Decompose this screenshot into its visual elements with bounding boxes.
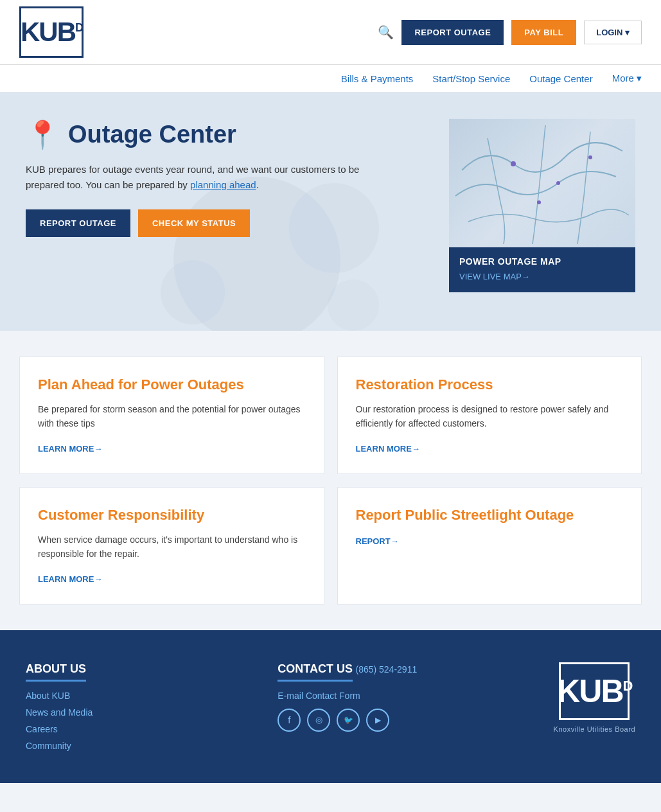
footer-logo-sub: Knoxville Utilities Board xyxy=(554,725,635,733)
footer-logo-box: KUBD xyxy=(559,662,630,720)
card-restoration-link[interactable]: LEARN MORE→ xyxy=(356,444,420,454)
map-card-info: POWER OUTAGE MAP VIEW LIVE MAP→ xyxy=(449,247,635,292)
card-plan-ahead: Plan Ahead for Power Outages Be prepared… xyxy=(19,357,324,474)
login-button[interactable]: LOGIN ▾ xyxy=(584,21,642,44)
planning-ahead-link[interactable]: planning ahead xyxy=(190,179,256,190)
card-streetlight: Report Public Streetlight Outage REPORT→ xyxy=(337,487,642,605)
pin-icon: 📍 xyxy=(26,119,59,150)
check-my-status-button[interactable]: CHECK MY STATUS xyxy=(138,209,250,237)
footer-phone[interactable]: (865) 524-2911 xyxy=(355,664,417,675)
footer-about-kub[interactable]: About KUB xyxy=(26,691,141,701)
nav-outage-center[interactable]: Outage Center xyxy=(529,73,592,84)
footer-community[interactable]: Community xyxy=(26,741,141,751)
youtube-icon[interactable]: ▶ xyxy=(366,709,389,732)
map-image xyxy=(449,119,635,247)
report-outage-button[interactable]: REPORT OUTAGE xyxy=(401,20,504,45)
footer-news-media[interactable]: News and Media xyxy=(26,707,141,718)
footer-logo-text: KUBD xyxy=(557,673,631,710)
logo[interactable]: KUBD xyxy=(19,6,84,58)
social-icons: f ◎ 🐦 ▶ xyxy=(278,709,417,732)
svg-point-3 xyxy=(328,279,379,331)
facebook-icon[interactable]: f xyxy=(278,709,301,732)
hero-report-outage-button[interactable]: REPORT OUTAGE xyxy=(26,209,130,237)
logo-text: KUBD xyxy=(21,19,82,46)
main-nav: Bills & Payments Start/Stop Service Outa… xyxy=(0,65,661,93)
map-placeholder xyxy=(449,119,635,247)
hero-section: 📍 Outage Center KUB prepares for outage … xyxy=(0,93,661,331)
map-title: POWER OUTAGE MAP xyxy=(459,256,625,267)
hero-left: 📍 Outage Center KUB prepares for outage … xyxy=(26,119,360,237)
map-card: POWER OUTAGE MAP VIEW LIVE MAP→ xyxy=(449,119,635,292)
map-svg xyxy=(449,119,635,247)
header-actions: 🔍 REPORT OUTAGE PAY BILL LOGIN ▾ xyxy=(378,20,642,45)
instagram-icon[interactable]: ◎ xyxy=(307,709,330,732)
card-streetlight-title[interactable]: Report Public Streetlight Outage xyxy=(356,507,624,524)
footer-contact: CONTACT US (865) 524-2911 E-mail Contact… xyxy=(278,662,417,732)
card-customer-resp-title[interactable]: Customer Responsibility xyxy=(38,507,306,524)
svg-rect-8 xyxy=(449,119,635,247)
nav-start-stop[interactable]: Start/Stop Service xyxy=(432,73,510,84)
pay-bill-button[interactable]: PAY BILL xyxy=(511,20,576,45)
card-plan-ahead-link[interactable]: LEARN MORE→ xyxy=(38,444,102,454)
hero-heading: Outage Center xyxy=(68,121,236,148)
card-restoration-title[interactable]: Restoration Process xyxy=(356,376,624,393)
card-customer-resp-link[interactable]: LEARN MORE→ xyxy=(38,574,102,584)
twitter-icon[interactable]: 🐦 xyxy=(337,709,360,732)
footer: ABOUT US About KUB News and Media Career… xyxy=(0,630,661,783)
nav-bills-payments[interactable]: Bills & Payments xyxy=(341,73,414,84)
search-button[interactable]: 🔍 xyxy=(378,24,394,40)
card-streetlight-link[interactable]: REPORT→ xyxy=(356,536,399,546)
header-top: KUBD 🔍 REPORT OUTAGE PAY BILL LOGIN ▾ xyxy=(0,0,661,65)
card-plan-ahead-desc: Be prepared for storm season and the pot… xyxy=(38,402,306,431)
footer-careers[interactable]: Careers xyxy=(26,724,141,734)
hero-title: 📍 Outage Center xyxy=(26,119,360,150)
footer-about-heading: ABOUT US xyxy=(26,662,86,682)
card-plan-ahead-title[interactable]: Plan Ahead for Power Outages xyxy=(38,376,306,393)
footer-logo[interactable]: KUBD Knoxville Utilities Board xyxy=(554,662,635,733)
view-live-map-link[interactable]: VIEW LIVE MAP→ xyxy=(459,272,530,281)
card-restoration-desc: Our restoration process is designed to r… xyxy=(356,402,624,431)
card-restoration: Restoration Process Our restoration proc… xyxy=(337,357,642,474)
cards-grid: Plan Ahead for Power Outages Be prepared… xyxy=(19,357,642,605)
cards-section: Plan Ahead for Power Outages Be prepared… xyxy=(0,331,661,630)
card-customer-resp-desc: When service damage occurs, it's importa… xyxy=(38,533,306,561)
nav-more[interactable]: More ▾ xyxy=(612,73,642,84)
footer-contact-heading: CONTACT US xyxy=(278,662,353,682)
hero-description: KUB prepares for outage events year roun… xyxy=(26,162,360,193)
hero-buttons: REPORT OUTAGE CHECK MY STATUS xyxy=(26,209,360,237)
footer-email-form[interactable]: E-mail Contact Form xyxy=(278,691,417,701)
svg-point-2 xyxy=(161,260,225,324)
card-customer-resp: Customer Responsibility When service dam… xyxy=(19,487,324,605)
footer-about: ABOUT US About KUB News and Media Career… xyxy=(26,662,141,757)
